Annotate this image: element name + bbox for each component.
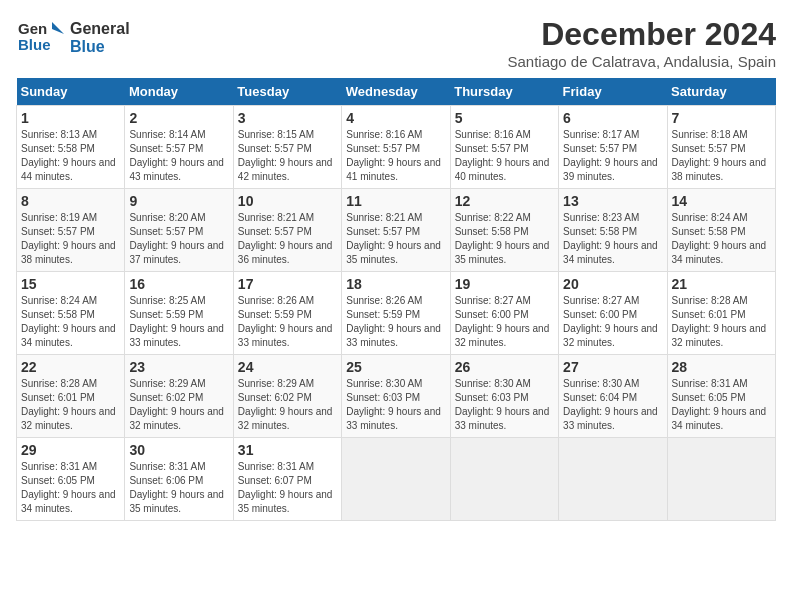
day-info: Sunrise: 8:22 AMSunset: 5:58 PMDaylight:… xyxy=(455,211,554,267)
day-info: Sunrise: 8:24 AMSunset: 5:58 PMDaylight:… xyxy=(21,294,120,350)
calendar-cell: 8Sunrise: 8:19 AMSunset: 5:57 PMDaylight… xyxy=(17,189,125,272)
day-number: 22 xyxy=(21,359,120,375)
calendar-cell: 26Sunrise: 8:30 AMSunset: 6:03 PMDayligh… xyxy=(450,355,558,438)
day-number: 7 xyxy=(672,110,771,126)
day-info: Sunrise: 8:26 AMSunset: 5:59 PMDaylight:… xyxy=(346,294,445,350)
calendar-header-row: SundayMondayTuesdayWednesdayThursdayFrid… xyxy=(17,78,776,106)
day-number: 29 xyxy=(21,442,120,458)
day-info: Sunrise: 8:31 AMSunset: 6:06 PMDaylight:… xyxy=(129,460,228,516)
day-number: 23 xyxy=(129,359,228,375)
logo-text-box: General Blue xyxy=(70,20,130,55)
header-thursday: Thursday xyxy=(450,78,558,106)
day-number: 6 xyxy=(563,110,662,126)
header-tuesday: Tuesday xyxy=(233,78,341,106)
day-info: Sunrise: 8:30 AMSunset: 6:03 PMDaylight:… xyxy=(455,377,554,433)
day-number: 1 xyxy=(21,110,120,126)
day-info: Sunrise: 8:21 AMSunset: 5:57 PMDaylight:… xyxy=(238,211,337,267)
day-info: Sunrise: 8:26 AMSunset: 5:59 PMDaylight:… xyxy=(238,294,337,350)
calendar-cell: 24Sunrise: 8:29 AMSunset: 6:02 PMDayligh… xyxy=(233,355,341,438)
day-number: 17 xyxy=(238,276,337,292)
day-number: 18 xyxy=(346,276,445,292)
day-info: Sunrise: 8:28 AMSunset: 6:01 PMDaylight:… xyxy=(21,377,120,433)
logo-line2: Blue xyxy=(70,38,105,56)
day-number: 8 xyxy=(21,193,120,209)
calendar-cell xyxy=(559,438,667,521)
day-number: 20 xyxy=(563,276,662,292)
day-info: Sunrise: 8:31 AMSunset: 6:05 PMDaylight:… xyxy=(672,377,771,433)
day-info: Sunrise: 8:29 AMSunset: 6:02 PMDaylight:… xyxy=(238,377,337,433)
calendar-cell: 23Sunrise: 8:29 AMSunset: 6:02 PMDayligh… xyxy=(125,355,233,438)
day-info: Sunrise: 8:28 AMSunset: 6:01 PMDaylight:… xyxy=(672,294,771,350)
day-info: Sunrise: 8:21 AMSunset: 5:57 PMDaylight:… xyxy=(346,211,445,267)
day-info: Sunrise: 8:16 AMSunset: 5:57 PMDaylight:… xyxy=(455,128,554,184)
calendar-cell: 2Sunrise: 8:14 AMSunset: 5:57 PMDaylight… xyxy=(125,106,233,189)
day-number: 12 xyxy=(455,193,554,209)
calendar-cell xyxy=(342,438,450,521)
calendar-cell: 25Sunrise: 8:30 AMSunset: 6:03 PMDayligh… xyxy=(342,355,450,438)
day-info: Sunrise: 8:17 AMSunset: 5:57 PMDaylight:… xyxy=(563,128,662,184)
page-subtitle: Santiago de Calatrava, Andalusia, Spain xyxy=(507,53,776,70)
day-number: 5 xyxy=(455,110,554,126)
header-wednesday: Wednesday xyxy=(342,78,450,106)
calendar-cell xyxy=(450,438,558,521)
day-number: 9 xyxy=(129,193,228,209)
calendar-cell: 1Sunrise: 8:13 AMSunset: 5:58 PMDaylight… xyxy=(17,106,125,189)
day-info: Sunrise: 8:27 AMSunset: 6:00 PMDaylight:… xyxy=(563,294,662,350)
page-header: Gen Blue General Blue December 2024 Sant… xyxy=(16,16,776,70)
day-number: 11 xyxy=(346,193,445,209)
day-info: Sunrise: 8:19 AMSunset: 5:57 PMDaylight:… xyxy=(21,211,120,267)
calendar-week-1: 1Sunrise: 8:13 AMSunset: 5:58 PMDaylight… xyxy=(17,106,776,189)
day-number: 21 xyxy=(672,276,771,292)
calendar-cell: 3Sunrise: 8:15 AMSunset: 5:57 PMDaylight… xyxy=(233,106,341,189)
calendar-cell: 17Sunrise: 8:26 AMSunset: 5:59 PMDayligh… xyxy=(233,272,341,355)
title-area: December 2024 Santiago de Calatrava, And… xyxy=(507,16,776,70)
calendar-cell: 21Sunrise: 8:28 AMSunset: 6:01 PMDayligh… xyxy=(667,272,775,355)
day-number: 2 xyxy=(129,110,228,126)
day-number: 13 xyxy=(563,193,662,209)
day-number: 4 xyxy=(346,110,445,126)
day-number: 30 xyxy=(129,442,228,458)
header-saturday: Saturday xyxy=(667,78,775,106)
day-info: Sunrise: 8:15 AMSunset: 5:57 PMDaylight:… xyxy=(238,128,337,184)
calendar-cell: 30Sunrise: 8:31 AMSunset: 6:06 PMDayligh… xyxy=(125,438,233,521)
calendar-cell: 12Sunrise: 8:22 AMSunset: 5:58 PMDayligh… xyxy=(450,189,558,272)
day-info: Sunrise: 8:30 AMSunset: 6:03 PMDaylight:… xyxy=(346,377,445,433)
day-info: Sunrise: 8:14 AMSunset: 5:57 PMDaylight:… xyxy=(129,128,228,184)
calendar-cell: 19Sunrise: 8:27 AMSunset: 6:00 PMDayligh… xyxy=(450,272,558,355)
day-number: 10 xyxy=(238,193,337,209)
day-info: Sunrise: 8:18 AMSunset: 5:57 PMDaylight:… xyxy=(672,128,771,184)
header-friday: Friday xyxy=(559,78,667,106)
day-number: 31 xyxy=(238,442,337,458)
day-info: Sunrise: 8:25 AMSunset: 5:59 PMDaylight:… xyxy=(129,294,228,350)
day-number: 26 xyxy=(455,359,554,375)
calendar-cell: 4Sunrise: 8:16 AMSunset: 5:57 PMDaylight… xyxy=(342,106,450,189)
calendar-cell: 14Sunrise: 8:24 AMSunset: 5:58 PMDayligh… xyxy=(667,189,775,272)
day-number: 25 xyxy=(346,359,445,375)
day-number: 28 xyxy=(672,359,771,375)
day-info: Sunrise: 8:27 AMSunset: 6:00 PMDaylight:… xyxy=(455,294,554,350)
day-number: 14 xyxy=(672,193,771,209)
calendar-week-4: 22Sunrise: 8:28 AMSunset: 6:01 PMDayligh… xyxy=(17,355,776,438)
svg-text:Gen: Gen xyxy=(18,20,47,37)
calendar-cell: 27Sunrise: 8:30 AMSunset: 6:04 PMDayligh… xyxy=(559,355,667,438)
calendar-cell: 16Sunrise: 8:25 AMSunset: 5:59 PMDayligh… xyxy=(125,272,233,355)
calendar-cell: 7Sunrise: 8:18 AMSunset: 5:57 PMDaylight… xyxy=(667,106,775,189)
logo-svg: Gen Blue xyxy=(16,16,66,60)
day-info: Sunrise: 8:16 AMSunset: 5:57 PMDaylight:… xyxy=(346,128,445,184)
logo: Gen Blue General Blue xyxy=(16,16,130,60)
calendar-cell: 10Sunrise: 8:21 AMSunset: 5:57 PMDayligh… xyxy=(233,189,341,272)
calendar-cell: 6Sunrise: 8:17 AMSunset: 5:57 PMDaylight… xyxy=(559,106,667,189)
day-number: 16 xyxy=(129,276,228,292)
calendar-week-3: 15Sunrise: 8:24 AMSunset: 5:58 PMDayligh… xyxy=(17,272,776,355)
logo-line1: General xyxy=(70,20,130,38)
header-monday: Monday xyxy=(125,78,233,106)
calendar-cell: 11Sunrise: 8:21 AMSunset: 5:57 PMDayligh… xyxy=(342,189,450,272)
calendar-cell: 9Sunrise: 8:20 AMSunset: 5:57 PMDaylight… xyxy=(125,189,233,272)
day-number: 19 xyxy=(455,276,554,292)
calendar-cell: 20Sunrise: 8:27 AMSunset: 6:00 PMDayligh… xyxy=(559,272,667,355)
page-title: December 2024 xyxy=(507,16,776,53)
calendar-table: SundayMondayTuesdayWednesdayThursdayFrid… xyxy=(16,78,776,521)
day-number: 15 xyxy=(21,276,120,292)
calendar-cell: 13Sunrise: 8:23 AMSunset: 5:58 PMDayligh… xyxy=(559,189,667,272)
header-sunday: Sunday xyxy=(17,78,125,106)
